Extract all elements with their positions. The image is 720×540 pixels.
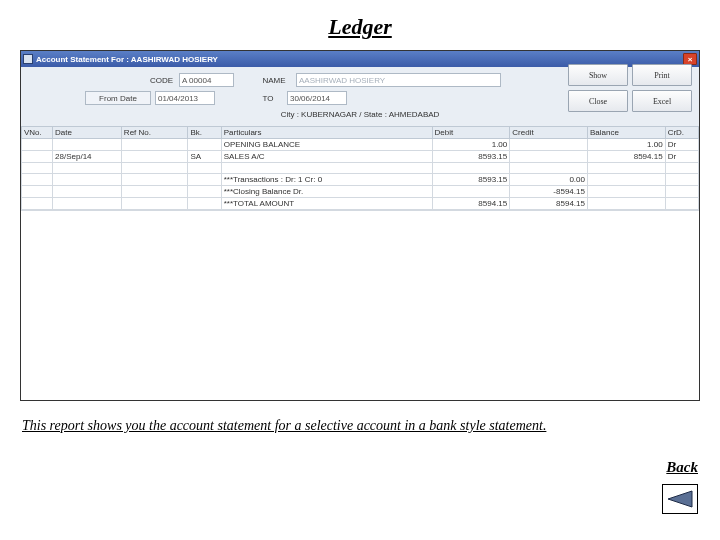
col-credit[interactable]: Credit bbox=[510, 127, 588, 139]
name-label: NAME bbox=[256, 76, 292, 85]
code-label: CODE bbox=[120, 76, 175, 85]
cell bbox=[665, 186, 698, 198]
cell: -8594.15 bbox=[510, 186, 588, 198]
cell: ***Closing Balance Dr. bbox=[221, 186, 432, 198]
cell bbox=[665, 174, 698, 186]
cell bbox=[53, 186, 122, 198]
cell: Dr bbox=[665, 151, 698, 163]
action-button-group: Show Print Close Excel bbox=[568, 64, 692, 112]
cell bbox=[188, 198, 221, 210]
table-row[interactable]: ***Transactions : Dr: 1 Cr: 08593.150.00 bbox=[22, 174, 699, 186]
cell bbox=[432, 186, 510, 198]
to-label: TO bbox=[253, 94, 283, 103]
cell bbox=[665, 163, 698, 174]
cell bbox=[221, 163, 432, 174]
cell bbox=[587, 163, 665, 174]
name-field[interactable]: AASHIRWAD HOSIERY bbox=[296, 73, 501, 87]
cell bbox=[587, 174, 665, 186]
col-balance[interactable]: Balance bbox=[587, 127, 665, 139]
cell bbox=[53, 163, 122, 174]
cell: 0.00 bbox=[510, 174, 588, 186]
cell: 8593.15 bbox=[432, 151, 510, 163]
cell bbox=[53, 174, 122, 186]
print-button[interactable]: Print bbox=[632, 64, 692, 86]
col-no[interactable]: VNo. bbox=[22, 127, 53, 139]
svg-marker-0 bbox=[668, 491, 692, 507]
cell: 8594.15 bbox=[432, 198, 510, 210]
cell: Dr bbox=[665, 139, 698, 151]
table-header-row: VNo. Date Ref No. Bk. Particulars Debit … bbox=[22, 127, 699, 139]
back-arrow-icon[interactable] bbox=[662, 484, 698, 514]
cell bbox=[188, 139, 221, 151]
from-date-field[interactable]: 01/04/2013 bbox=[155, 91, 215, 105]
cell bbox=[432, 163, 510, 174]
cell: SA bbox=[188, 151, 221, 163]
cell: 28/Sep/14 bbox=[53, 151, 122, 163]
to-date-field[interactable]: 30/06/2014 bbox=[287, 91, 347, 105]
col-date[interactable]: Date bbox=[53, 127, 122, 139]
cell bbox=[510, 139, 588, 151]
app-icon bbox=[23, 54, 33, 64]
code-field[interactable]: A 00004 bbox=[179, 73, 234, 87]
cell: ***Transactions : Dr: 1 Cr: 0 bbox=[221, 174, 432, 186]
cell: 8594.15 bbox=[587, 151, 665, 163]
table-row[interactable]: 28/Sep/14SASALES A/C8593.158594.15Dr bbox=[22, 151, 699, 163]
cell bbox=[121, 198, 188, 210]
cell bbox=[188, 163, 221, 174]
statement-table: VNo. Date Ref No. Bk. Particulars Debit … bbox=[21, 126, 699, 210]
cell: SALES A/C bbox=[221, 151, 432, 163]
col-debit[interactable]: Debit bbox=[432, 127, 510, 139]
cell bbox=[665, 198, 698, 210]
cell bbox=[587, 186, 665, 198]
cell bbox=[22, 139, 53, 151]
col-bk[interactable]: Bk. bbox=[188, 127, 221, 139]
cell bbox=[22, 151, 53, 163]
table-row[interactable] bbox=[22, 163, 699, 174]
back-link[interactable]: Back bbox=[666, 459, 698, 476]
table-row[interactable]: ***TOTAL AMOUNT8594.158594.15 bbox=[22, 198, 699, 210]
col-crdr[interactable]: CrD. bbox=[665, 127, 698, 139]
cell bbox=[53, 139, 122, 151]
from-date-button[interactable]: From Date bbox=[85, 91, 151, 105]
cell bbox=[53, 198, 122, 210]
caption-text: This report shows you the account statem… bbox=[22, 417, 698, 436]
cell bbox=[587, 198, 665, 210]
cell: ***TOTAL AMOUNT bbox=[221, 198, 432, 210]
cell bbox=[510, 151, 588, 163]
empty-grid-area bbox=[21, 210, 699, 400]
cell bbox=[121, 174, 188, 186]
window-title: Account Statement For : AASHIRWAD HOSIER… bbox=[36, 55, 218, 64]
table-row[interactable]: OPENING BALANCE1.001.00Dr bbox=[22, 139, 699, 151]
cell bbox=[22, 163, 53, 174]
table-row[interactable]: ***Closing Balance Dr.-8594.15 bbox=[22, 186, 699, 198]
cell bbox=[188, 174, 221, 186]
cell bbox=[121, 163, 188, 174]
cell: 1.00 bbox=[587, 139, 665, 151]
cell bbox=[121, 139, 188, 151]
close-button[interactable]: Close bbox=[568, 90, 628, 112]
show-button[interactable]: Show bbox=[568, 64, 628, 86]
cell bbox=[22, 186, 53, 198]
cell bbox=[22, 198, 53, 210]
cell bbox=[121, 186, 188, 198]
cell bbox=[121, 151, 188, 163]
excel-button[interactable]: Excel bbox=[632, 90, 692, 112]
cell: 8594.15 bbox=[510, 198, 588, 210]
cell: OPENING BALANCE bbox=[221, 139, 432, 151]
cell bbox=[22, 174, 53, 186]
col-part[interactable]: Particulars bbox=[221, 127, 432, 139]
col-ref[interactable]: Ref No. bbox=[121, 127, 188, 139]
cell: 8593.15 bbox=[432, 174, 510, 186]
cell bbox=[188, 186, 221, 198]
page-title: Ledger bbox=[0, 0, 720, 40]
cell: 1.00 bbox=[432, 139, 510, 151]
cell bbox=[510, 163, 588, 174]
